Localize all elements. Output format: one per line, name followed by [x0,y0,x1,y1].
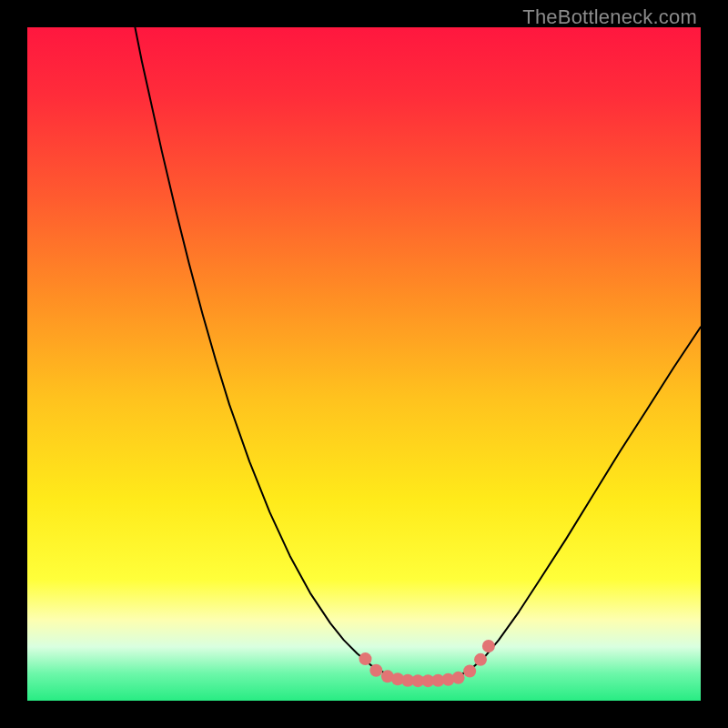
valley-marker [482,640,495,652]
valley-marker [463,664,476,677]
bottleneck-curve [27,27,701,701]
valley-marker [359,652,371,665]
valley-marker [369,664,382,677]
watermark-text: TheBottleneck.com [522,5,697,29]
plot-area [27,27,701,701]
curve-left-branch [135,27,390,676]
valley-marker [474,653,487,666]
valley-marker [452,672,465,684]
chart-frame: TheBottleneck.com [0,0,728,728]
curve-right-branch [461,327,701,674]
